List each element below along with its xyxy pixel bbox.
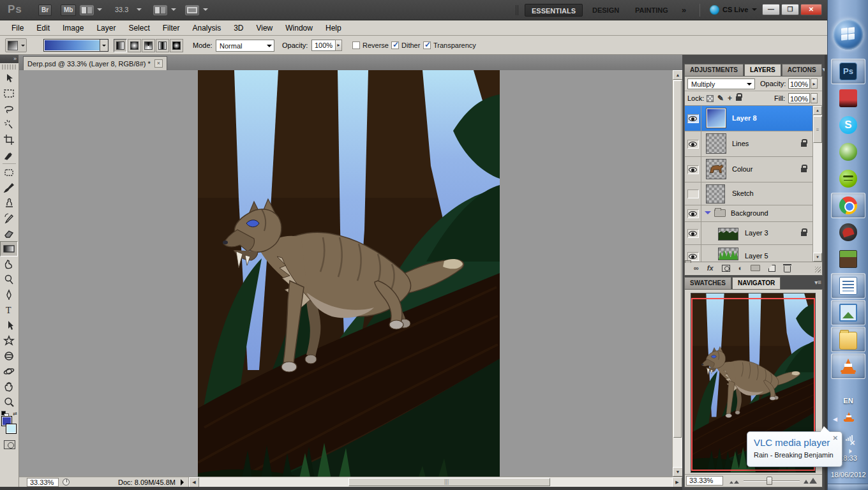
status-options-arrow[interactable] [181, 479, 187, 486]
taskbar-chrome-button[interactable] [831, 193, 865, 218]
menu-view[interactable]: View [250, 24, 279, 33]
gradient-tool-preset[interactable] [5, 38, 27, 52]
zoom-tool[interactable] [0, 394, 18, 410]
layer-name[interactable]: Lines [732, 140, 749, 147]
show-hidden-icons-arrow[interactable]: ◀ [833, 416, 837, 422]
workspace-design[interactable]: DESIGN [586, 4, 625, 17]
vlc-tray-icon[interactable] [844, 412, 853, 422]
sketch-thumbnail[interactable] [706, 184, 725, 204]
canvas-artwork[interactable] [198, 70, 500, 477]
layer8-thumbnail[interactable] [706, 108, 726, 128]
eye-icon[interactable] [689, 116, 697, 121]
tab-swatches[interactable]: SWATCHES [684, 277, 731, 289]
move-tool[interactable] [0, 71, 18, 86]
layer-opacity-field[interactable]: 100% [788, 78, 810, 89]
layer-fill-spinner[interactable]: ▸ [811, 93, 818, 103]
3d-rotate-tool[interactable] [0, 348, 18, 364]
menu-filter[interactable]: Filter [156, 24, 186, 33]
linear-gradient-button[interactable] [114, 39, 127, 52]
horizontal-scroll-thumb[interactable] [348, 478, 550, 486]
history-brush-tool[interactable] [0, 211, 18, 226]
eye-icon[interactable] [689, 254, 697, 259]
taskbar-minecraft-button[interactable] [831, 246, 865, 272]
menu-analysis[interactable]: Analysis [186, 24, 227, 33]
vlc-notification-balloon[interactable]: VLC media player Rain - Breaking Benjami… [747, 431, 842, 467]
lasso-tool[interactable] [0, 101, 18, 117]
taskbar-spotify-button[interactable] [831, 166, 865, 191]
menu-3d[interactable]: 3D [227, 24, 250, 33]
language-indicator[interactable]: EN [828, 397, 868, 405]
clock-date[interactable]: 18/06/2012 [828, 471, 868, 479]
marquee-tool[interactable] [0, 86, 18, 101]
layer-name[interactable]: Colour [732, 165, 752, 173]
taskbar-explorer-button[interactable] [831, 327, 865, 352]
opacity-spinner[interactable]: ▸ [335, 40, 342, 51]
tab-actions[interactable]: ACTIONS [782, 64, 822, 76]
3d-orbit-tool[interactable] [0, 364, 18, 379]
clone-stamp-tool[interactable] [0, 195, 18, 211]
layer-fill-field[interactable]: 100% [788, 93, 810, 103]
delete-layer-icon[interactable] [784, 266, 791, 272]
workspace-essentials[interactable]: ESSENTIALS [525, 4, 583, 17]
layer5-thumbnail[interactable] [718, 248, 738, 260]
layer-name[interactable]: Background [731, 209, 768, 217]
dodge-tool[interactable] [0, 272, 18, 287]
lines-thumbnail[interactable] [706, 133, 726, 154]
colour-visibility[interactable] [685, 157, 701, 182]
document-tab[interactable]: Derp.psd @ 33.3% (Layer 8, RGB/8#) * × [23, 56, 167, 70]
menu-select[interactable]: Select [122, 24, 156, 33]
swap-colors-icon[interactable]: ⇄ [13, 411, 17, 417]
background-color-swatch[interactable] [6, 424, 17, 434]
smudge-tool[interactable] [0, 256, 18, 272]
new-layer-icon[interactable] [768, 265, 775, 272]
restore-button[interactable]: ❐ [781, 4, 799, 15]
layer-row-colour[interactable]: Colour [685, 157, 822, 182]
magic-wand-tool[interactable] [0, 117, 18, 132]
notification-close-icon[interactable]: ✕ [833, 434, 838, 442]
zoom-level-control[interactable]: 33.3 [115, 6, 128, 13]
view-extras-icon[interactable] [80, 5, 94, 15]
angle-gradient-button[interactable] [142, 39, 155, 52]
menu-help[interactable]: Help [319, 24, 348, 33]
custom-shape-tool[interactable] [0, 333, 18, 348]
status-zoom-field[interactable]: 33.33% [27, 478, 59, 487]
arrange-caret[interactable] [171, 8, 176, 13]
taskbar-photoshop-button[interactable]: Ps [831, 59, 865, 84]
workspace-overflow-chevron[interactable]: » [675, 4, 692, 17]
dither-option[interactable]: Dither [391, 41, 420, 49]
menu-edit[interactable]: Edit [30, 24, 56, 33]
taskbar-security-button[interactable] [831, 219, 865, 245]
menu-window[interactable]: Window [279, 24, 319, 33]
reverse-option[interactable]: Reverse [352, 41, 389, 49]
launch-bridge-button[interactable]: Br [38, 4, 52, 16]
screen-mode-icon[interactable] [185, 5, 199, 15]
eye-icon[interactable] [689, 231, 697, 236]
layers-scrollbar[interactable]: ▲ ≡ ▼ [812, 106, 822, 262]
layers-scroll-up[interactable]: ▲ [813, 106, 822, 115]
hand-tool[interactable] [0, 379, 18, 394]
menu-layer[interactable]: Layer [90, 24, 122, 33]
layer-style-icon[interactable]: fx [707, 264, 714, 272]
panel-resize-grip[interactable] [815, 267, 821, 272]
zoom-caret[interactable] [137, 8, 142, 13]
tab-navigator[interactable]: NAVIGATOR [732, 277, 781, 289]
layer-name[interactable]: Layer 3 [745, 229, 768, 237]
sketch-visibility[interactable] [685, 182, 701, 205]
view-extras-caret[interactable] [97, 8, 102, 13]
eye-icon[interactable] [689, 142, 697, 147]
zoom-out-icon[interactable] [730, 480, 739, 484]
close-button[interactable]: ✕ [800, 4, 822, 15]
eraser-tool[interactable] [0, 226, 18, 241]
layer3-visibility[interactable] [685, 222, 701, 244]
navigator-zoom-slider-thumb[interactable] [767, 477, 772, 485]
menu-image[interactable]: Image [56, 24, 90, 33]
document-close-icon[interactable]: × [154, 59, 163, 68]
eye-icon[interactable] [689, 167, 697, 172]
gradient-picker[interactable] [43, 39, 108, 52]
horizontal-scrollbar[interactable]: ◀ ▶ [188, 477, 682, 487]
new-group-icon[interactable] [751, 265, 760, 271]
taskbar-vlc-button[interactable] [831, 353, 865, 379]
cs-live-menu[interactable]: CS Live [722, 6, 748, 13]
radial-gradient-button[interactable] [128, 39, 141, 52]
layers-scroll-down[interactable]: ▼ [813, 253, 822, 262]
